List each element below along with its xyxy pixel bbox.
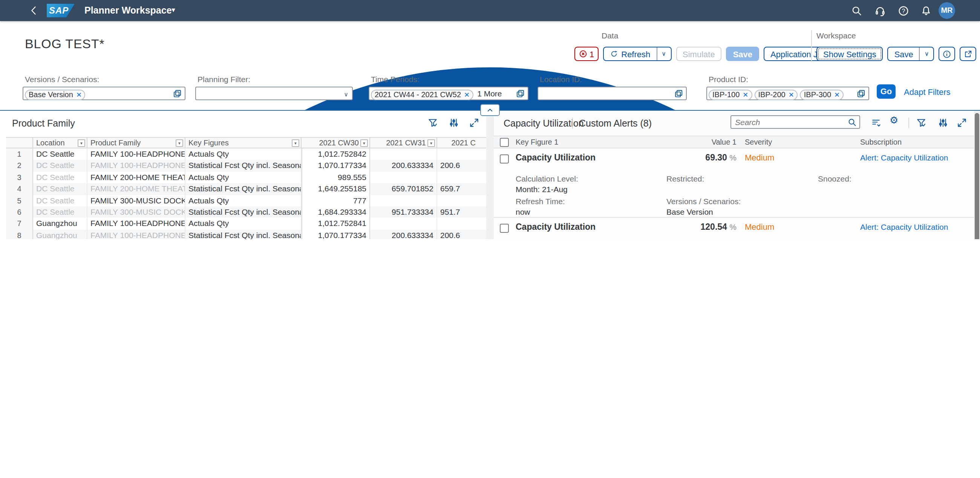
error-count-badge[interactable]: 1 bbox=[574, 47, 598, 61]
value-help-icon[interactable] bbox=[856, 89, 866, 99]
cell-2021-cw31[interactable] bbox=[370, 172, 437, 183]
filter-token[interactable]: Base Version✕ bbox=[25, 89, 86, 100]
sort-icon[interactable] bbox=[871, 118, 881, 128]
cell-2021-cw32[interactable]: 659.7 bbox=[437, 183, 486, 195]
info-button[interactable] bbox=[939, 47, 956, 61]
value-help-icon[interactable] bbox=[674, 89, 684, 99]
filter-icon[interactable] bbox=[428, 118, 438, 128]
filter-token[interactable]: IBP-300✕ bbox=[800, 89, 843, 100]
cell-2021-cw32[interactable] bbox=[437, 148, 486, 160]
cell-2021-cw32[interactable] bbox=[437, 172, 486, 183]
workspace-save-dropdown-chevron-icon[interactable]: ∨ bbox=[919, 48, 934, 60]
cell-2021-cw31[interactable]: 200.633334 bbox=[370, 160, 437, 172]
column-filter-button[interactable]: ▼ bbox=[428, 140, 435, 147]
row-number: 4 bbox=[6, 183, 33, 195]
alert-subscription-link[interactable]: Alert: Capacity Utilization bbox=[860, 153, 948, 162]
filter-token[interactable]: IBP-200✕ bbox=[754, 89, 797, 100]
cell-2021-cw32[interactable]: 200.6 bbox=[437, 160, 486, 172]
column-filter-button[interactable]: ▼ bbox=[176, 140, 183, 147]
cell-2021-cw31[interactable] bbox=[370, 148, 437, 160]
cell-2021-cw32[interactable] bbox=[437, 195, 486, 206]
cell-2021-cw31[interactable] bbox=[370, 195, 437, 206]
adapt-filters-link[interactable]: Adapt Filters bbox=[904, 87, 951, 97]
refresh-dropdown-chevron-icon[interactable]: ∨ bbox=[656, 48, 671, 60]
search-icon[interactable] bbox=[847, 118, 857, 127]
cell-2021-cw30[interactable]: 1,070.177334 bbox=[302, 229, 370, 239]
planning-filter-select[interactable]: ∨ bbox=[195, 87, 353, 100]
settings-gear-icon[interactable]: ⚙ bbox=[889, 115, 898, 125]
app-title-chevron-down-icon[interactable]: ▼ bbox=[170, 7, 177, 14]
value-help-icon[interactable] bbox=[173, 89, 183, 99]
table-settings-icon[interactable] bbox=[938, 118, 948, 128]
cell-product-family: FAMILY 100-HEADPHONES bbox=[88, 218, 185, 230]
alert-subscription-link[interactable]: Alert: Capacity Utilization bbox=[860, 222, 948, 231]
tab-custom-alerts[interactable]: Custom Alerts (8) bbox=[579, 118, 652, 129]
token-label: IBP-300 bbox=[804, 91, 831, 99]
column-filter-button[interactable]: ▼ bbox=[360, 140, 368, 147]
column-value: Value 1 bbox=[661, 138, 737, 146]
notifications-bell-icon[interactable] bbox=[920, 5, 932, 17]
alert-checkbox[interactable] bbox=[500, 154, 509, 164]
go-button[interactable]: Go bbox=[877, 84, 896, 99]
cell-2021-cw31[interactable] bbox=[370, 218, 437, 230]
back-icon[interactable] bbox=[29, 5, 39, 16]
cell-2021-cw30[interactable]: 1,012.752842 bbox=[302, 148, 370, 160]
help-icon[interactable]: ? bbox=[898, 5, 909, 17]
product-id-input[interactable]: IBP-100✕IBP-200✕IBP-300✕ bbox=[706, 87, 869, 100]
value-help-icon[interactable] bbox=[515, 89, 525, 99]
expand-panel-icon[interactable] bbox=[957, 118, 967, 128]
cell-2021-cw31[interactable]: 659.701852 bbox=[370, 183, 437, 195]
token-remove-icon[interactable]: ✕ bbox=[76, 91, 82, 98]
workspace-save-button[interactable]: Save ∨ bbox=[888, 47, 934, 61]
expand-panel-icon[interactable] bbox=[469, 118, 479, 128]
time-periods-more[interactable]: 1 More bbox=[477, 89, 502, 98]
avatar[interactable]: MR bbox=[939, 2, 955, 19]
cell-2021-cw30[interactable]: 1,012.752841 bbox=[302, 218, 370, 230]
alert-value: 120.54 % bbox=[638, 222, 737, 231]
cell-2021-cw30[interactable]: 1,684.293334 bbox=[302, 206, 370, 218]
cell-2021-cw31[interactable]: 951.733334 bbox=[370, 206, 437, 218]
cell-product-family: FAMILY 300-MUSIC DOCKS bbox=[88, 195, 185, 206]
chevron-down-icon[interactable]: ∨ bbox=[344, 91, 348, 98]
tab-capacity-utilization[interactable]: Capacity Utilization bbox=[504, 118, 584, 129]
row-number: 3 bbox=[6, 172, 33, 183]
cell-2021-cw32[interactable] bbox=[437, 218, 486, 230]
filter-token[interactable]: 2021 CW44 - 2021 CW52✕ bbox=[371, 89, 473, 100]
cell-2021-cw32[interactable]: 951.7 bbox=[437, 206, 486, 218]
simulate-button[interactable]: Simulate bbox=[676, 47, 722, 61]
error-count: 1 bbox=[590, 49, 594, 59]
search-input[interactable] bbox=[735, 117, 840, 127]
app-title[interactable]: Planner Workspace bbox=[84, 5, 172, 16]
vertical-scrollbar-thumb[interactable] bbox=[975, 113, 979, 239]
collapse-filter-bar-button[interactable] bbox=[480, 104, 500, 116]
cell-2021-cw30[interactable]: 1,649.255185 bbox=[302, 183, 370, 195]
cell-2021-cw32[interactable]: 200.6 bbox=[437, 229, 486, 239]
cell-2021-cw31[interactable]: 200.633334 bbox=[370, 229, 437, 239]
location-id-input[interactable] bbox=[538, 87, 687, 100]
refresh-button[interactable]: Refresh ∨ bbox=[603, 47, 671, 61]
show-settings-button[interactable]: Show Settings bbox=[816, 47, 883, 61]
column-filter-button[interactable]: ▼ bbox=[78, 140, 85, 147]
time-periods-input[interactable]: 2021 CW44 - 2021 CW52✕ 1 More bbox=[369, 87, 528, 100]
cell-2021-cw30[interactable]: 1,070.177334 bbox=[302, 160, 370, 172]
alert-checkbox[interactable] bbox=[500, 224, 509, 233]
open-in-new-window-icon[interactable] bbox=[960, 47, 977, 61]
token-remove-icon[interactable]: ✕ bbox=[789, 91, 794, 98]
search-icon[interactable] bbox=[851, 5, 862, 17]
grid-row: 1 DC Seattle FAMILY 100-HEADPHONES Actua… bbox=[6, 148, 486, 160]
filter-icon[interactable] bbox=[916, 118, 926, 128]
token-remove-icon[interactable]: ✕ bbox=[834, 91, 840, 98]
token-remove-icon[interactable]: ✕ bbox=[464, 91, 469, 98]
select-all-checkbox[interactable] bbox=[500, 138, 509, 147]
alerts-column-header: Key Figure 1 Value 1 Severity Subscripti… bbox=[494, 136, 974, 148]
support-headset-icon[interactable] bbox=[875, 5, 886, 17]
panel-splitter[interactable]: ••• bbox=[486, 111, 494, 239]
cell-2021-cw30[interactable]: 777 bbox=[302, 195, 370, 206]
filter-token[interactable]: IBP-100✕ bbox=[709, 89, 752, 100]
table-settings-icon[interactable] bbox=[449, 118, 459, 128]
token-remove-icon[interactable]: ✕ bbox=[743, 91, 748, 98]
cell-2021-cw30[interactable]: 989.555 bbox=[302, 172, 370, 183]
column-filter-button[interactable]: ▼ bbox=[292, 140, 299, 147]
versions-scenarios-input[interactable]: Base Version✕ bbox=[22, 87, 185, 100]
data-save-button[interactable]: Save bbox=[726, 47, 759, 61]
